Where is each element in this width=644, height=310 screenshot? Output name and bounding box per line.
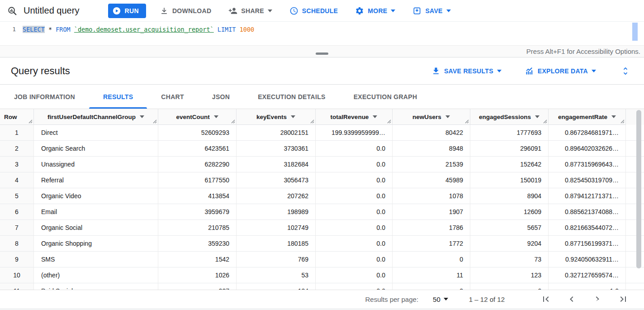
cell-row-number: 3 bbox=[0, 157, 34, 172]
cell-row-number: 6 bbox=[0, 204, 34, 219]
table-row: 4 Referral 6177550 3056473 0.0 45989 150… bbox=[0, 172, 644, 188]
cell-total-revenue: 0.0 bbox=[316, 141, 393, 156]
column-header-engagementRate[interactable]: engagementRate bbox=[549, 109, 626, 125]
cell-row-number: 5 bbox=[0, 188, 34, 204]
cell-event-count: 937 bbox=[158, 283, 237, 290]
column-menu-arrow-icon[interactable] bbox=[611, 115, 616, 118]
cell-event-count: 1026 bbox=[158, 267, 237, 283]
table-row: 2 Organic Search 6423561 3730361 0.0 894… bbox=[0, 141, 644, 157]
column-resize-handle-icon[interactable] bbox=[465, 119, 469, 124]
schedule-button[interactable]: SCHEDULE bbox=[286, 4, 341, 18]
column-header-keyEvents[interactable]: keyEvents bbox=[237, 109, 316, 125]
first-page-button[interactable] bbox=[540, 294, 551, 305]
column-header-newUsers[interactable]: newUsers bbox=[393, 109, 470, 125]
column-header-label: keyEvents bbox=[256, 114, 287, 120]
column-menu-arrow-icon[interactable] bbox=[214, 115, 218, 118]
tab-execution-graph[interactable]: EXECUTION GRAPH bbox=[340, 85, 431, 109]
sql-table-reference-link[interactable]: `demo.demoset.user_acquisition_report` bbox=[74, 26, 214, 33]
cell-engaged-sessions: 150019 bbox=[470, 172, 549, 188]
chevron-down-icon bbox=[391, 10, 395, 12]
column-resize-handle-icon[interactable] bbox=[153, 119, 157, 124]
cell-new-users: 21539 bbox=[393, 157, 470, 172]
cell-engagement-rate: 0.867284681971… bbox=[549, 125, 626, 140]
save-button[interactable]: SAVE bbox=[409, 4, 454, 18]
column-resize-handle-icon[interactable] bbox=[310, 119, 314, 124]
tab-chart[interactable]: CHART bbox=[147, 85, 198, 109]
column-header-engagedSessions[interactable]: engagedSessions bbox=[470, 109, 549, 125]
cell-total-revenue: 0.0 bbox=[316, 204, 393, 219]
tab-results[interactable]: RESULTS bbox=[89, 85, 147, 109]
column-resize-handle-icon[interactable] bbox=[543, 119, 547, 124]
explore-data-button[interactable]: EXPLORE DATA bbox=[523, 64, 598, 78]
table-row: 6 Email 3959679 198989 0.0 1907 12609 0.… bbox=[0, 204, 644, 220]
results-table: Row firstUserDefaultChannelGroup eventCo… bbox=[0, 109, 644, 290]
download-icon bbox=[160, 6, 169, 15]
column-menu-arrow-icon[interactable] bbox=[445, 115, 450, 118]
expand-collapse-results-button[interactable] bbox=[618, 66, 633, 76]
run-play-icon bbox=[113, 7, 121, 15]
editor-scrollbar-thumb[interactable] bbox=[632, 23, 638, 41]
column-menu-arrow-icon[interactable] bbox=[373, 115, 377, 118]
cell-engagement-rate: 0.821663544072… bbox=[549, 220, 626, 235]
column-resize-handle-icon[interactable] bbox=[231, 119, 235, 124]
sql-editor[interactable]: 1 SELECT * FROM `demo.demoset.user_acqui… bbox=[0, 22, 644, 45]
sql-keyword-from: FROM bbox=[56, 26, 71, 33]
column-header-firstUserDefaultChannelGroup[interactable]: firstUserDefaultChannelGroup bbox=[34, 109, 158, 125]
cell-engagement-rate: 0.877156199371… bbox=[549, 236, 626, 251]
cell-key-events: 53 bbox=[237, 267, 316, 283]
tab-execution-details[interactable]: EXECUTION DETAILS bbox=[244, 85, 340, 109]
run-label: RUN bbox=[124, 7, 139, 14]
table-row: 8 Organic Shopping 359230 180185 0.0 177… bbox=[0, 236, 644, 252]
column-header-totalRevenue[interactable]: totalRevenue bbox=[316, 109, 393, 125]
column-resize-handle-icon[interactable] bbox=[387, 119, 391, 124]
save-results-button[interactable]: SAVE RESULTS bbox=[430, 64, 503, 78]
previous-page-button[interactable] bbox=[566, 294, 577, 305]
cell-engaged-sessions: 5657 bbox=[470, 220, 549, 235]
results-title: Query results bbox=[11, 65, 70, 77]
tab-job-information[interactable]: JOB INFORMATION bbox=[0, 85, 89, 109]
query-tab-icon bbox=[7, 6, 17, 16]
cell-total-revenue: 0.0 bbox=[316, 220, 393, 235]
run-button[interactable]: RUN bbox=[108, 4, 146, 18]
table-scrollbar-thumb[interactable] bbox=[636, 110, 641, 268]
table-row: 11 Paid Social 937 134 0.0 2 6 1.0 bbox=[0, 283, 644, 290]
cell-key-events: 28002151 bbox=[237, 125, 316, 140]
cell-row-number: 1 bbox=[0, 125, 34, 140]
page-size-value: 50 bbox=[433, 296, 440, 303]
chevron-right-icon bbox=[592, 294, 603, 305]
first-page-icon bbox=[540, 294, 551, 305]
chevron-down-icon bbox=[268, 10, 272, 12]
explore-data-label: EXPLORE DATA bbox=[538, 67, 588, 75]
column-menu-arrow-icon[interactable] bbox=[535, 115, 540, 118]
table-row: 7 Organic Social 210785 102749 0.0 1786 … bbox=[0, 220, 644, 236]
unfold-icon bbox=[620, 66, 630, 76]
cell-event-count: 210785 bbox=[158, 220, 237, 235]
column-header-eventCount[interactable]: eventCount bbox=[158, 109, 237, 125]
column-header-label: engagedSessions bbox=[479, 114, 531, 120]
cell-row-number: 7 bbox=[0, 220, 34, 235]
column-menu-arrow-icon[interactable] bbox=[140, 115, 144, 118]
schedule-label: SCHEDULE bbox=[302, 7, 338, 14]
cell-engaged-sessions: 73 bbox=[470, 252, 549, 267]
cell-channel-group: Organic Search bbox=[34, 141, 158, 156]
download-button[interactable]: DOWNLOAD bbox=[156, 4, 215, 18]
table-row: 3 Unassigned 6282290 3182684 0.0 21539 1… bbox=[0, 157, 644, 172]
panel-resize-handle[interactable] bbox=[316, 52, 328, 55]
next-page-button[interactable] bbox=[592, 294, 603, 305]
more-button[interactable]: MORE bbox=[351, 4, 399, 18]
chevron-down-icon bbox=[446, 10, 451, 12]
cell-engagement-rate: 1.0 bbox=[549, 283, 626, 290]
share-button[interactable]: SHARE bbox=[225, 4, 276, 18]
bottom-scrollbar-track bbox=[0, 308, 644, 310]
cell-channel-group: Organic Shopping bbox=[34, 236, 158, 251]
column-resize-handle-icon[interactable] bbox=[28, 119, 33, 124]
column-resize-handle-icon[interactable] bbox=[620, 119, 625, 124]
column-menu-arrow-icon[interactable] bbox=[291, 115, 295, 118]
page-size-select[interactable]: 50 bbox=[430, 295, 451, 304]
last-page-button[interactable] bbox=[618, 294, 629, 305]
table-row: 10 (other) 1026 53 0.0 11 123 0.32712765… bbox=[0, 267, 644, 283]
cell-new-users: 8948 bbox=[393, 141, 470, 156]
column-header-label: totalRevenue bbox=[331, 114, 369, 120]
tab-json[interactable]: JSON bbox=[198, 85, 244, 109]
cell-key-events: 207262 bbox=[237, 188, 316, 204]
